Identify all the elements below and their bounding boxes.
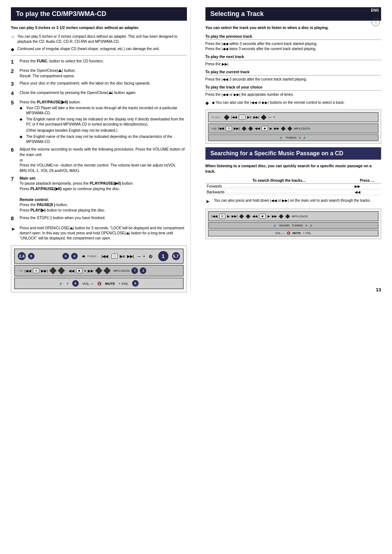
main-unit-top: 2,4 8 6 6 ⏏ FUNC. |◀◀ □ ▶II ▶▶| — + ⏻ 1 …	[14, 249, 184, 264]
badge-57: 5,7	[172, 252, 180, 260]
badge-6a: 6	[62, 253, 69, 259]
table-row-backwards: Backwards ◀◀	[205, 189, 381, 195]
right-device-remote: +10 |◀◀ II ▶▶| ◀◀ ■ ▶ ▶▶ MP3-CD/CD	[208, 123, 379, 134]
track-next-text: Press the ▶▶|.	[205, 62, 381, 67]
search-section-title: Searching for a Specific Music Passage o…	[205, 147, 381, 160]
diamond-r10	[285, 214, 290, 219]
badge-24: 2,4	[18, 252, 26, 260]
circle-indicator: ○	[372, 18, 380, 26]
search-table-header-1: To search through the tracks…	[205, 178, 353, 184]
badge-1: 1	[158, 251, 168, 261]
step-num-4: 4	[11, 90, 17, 97]
page-number: 13	[376, 287, 381, 292]
step-3: 3 Place your disc in the compartment, wi…	[11, 81, 187, 88]
diamond-r4	[248, 126, 253, 131]
step-num-5: 5	[11, 99, 17, 145]
bottom-unit: 🔊 ∧ 6 VOL — 🔇 MUTE + VOL 6	[14, 278, 184, 289]
step-1: 1 Press the FUNC. button to select the C…	[11, 58, 187, 66]
track-choice-text: Press the |◀◀ or ▶▶| the appropriate num…	[205, 92, 381, 97]
note-box: ➤ Press and hold OPEN/CLOSE(⏏) button fo…	[11, 226, 187, 241]
badge-8: 8	[28, 253, 34, 259]
right-device2-vol: VOL — 🔇 MUTE + VOL	[208, 230, 379, 237]
step-num-1: 1	[11, 58, 17, 66]
badge-7: 7	[131, 267, 138, 274]
right-device-tuning: 🔊 TUNING ∧ 🔊	[208, 134, 379, 141]
step-list: 1 Press the FUNC. button to select the C…	[11, 58, 187, 222]
step-8: 8 Press the STOP(□) button when you have…	[11, 215, 187, 222]
right-device2-sound: 🔊 SOUND TUNING ∧ 🔊	[208, 222, 379, 229]
badge-6b: 6	[71, 253, 78, 259]
right-column: ENG ○ Selecting a Track You can select t…	[202, 7, 381, 292]
step-num-7: 7	[11, 176, 17, 213]
right-device-1: FUNC. |◀◀ □ ▶II ▶▶| — + +10 |◀◀ II ▶▶| ◀…	[205, 110, 381, 144]
bullet-icon-1: ☞	[11, 34, 15, 44]
diamond-r1	[224, 115, 230, 120]
step-2: 2 Press the Open/Close(⏏) button. Result…	[11, 68, 187, 78]
search-intro: When listening to a compact disc, you ca…	[205, 163, 381, 174]
step-num-2: 2	[11, 68, 17, 78]
right-device2-remote: |◀◀ II ▶ ▶▶| ◀◀ ■ ▶ ▶▶ MP3-CD/CD	[208, 211, 379, 221]
left-device-diagram: 2,4 8 6 6 ⏏ FUNC. |◀◀ □ ▶II ▶▶| — + ⏻ 1 …	[11, 245, 187, 292]
badge-j: J	[140, 267, 146, 274]
track-section-prev: To play the previous track Press the |◀◀…	[205, 34, 381, 52]
diamond-icon-4	[103, 267, 111, 274]
track-section-next: To play the next track Press the ▶▶|.	[205, 54, 381, 67]
remote-unit: +10 |◀◀ II ▶▶| ◀◀ ■ ● ▶▶ MP3-CD/CD 7 J	[14, 265, 184, 276]
right-device-2: |◀◀ II ▶ ▶▶| ◀◀ ■ ▶ ▶▶ MP3-CD/CD 🔊 SOUND…	[205, 209, 381, 239]
intro-bullet-2: ◆ Continued use of irregular shape CD (h…	[11, 46, 187, 53]
left-column: To play the CD/MP3/WMA-CD You can play 5…	[11, 7, 191, 292]
table-cell-forwards-btn: ▶▶	[353, 183, 381, 189]
step-5-bullet-1: ◆ Your CD Player will take a few moments…	[20, 106, 187, 116]
table-cell-backwards-btn: ◀◀	[353, 189, 381, 195]
track-next-title: To play the next track	[205, 54, 381, 60]
diamond-r7	[239, 214, 244, 219]
diamond-r8	[246, 214, 250, 219]
step-7: 7 Main set: To pause playback temporaril…	[11, 176, 187, 213]
right-remote-note: ◆ ◆ You can also use the |◀◀ or ▶▶| butt…	[205, 100, 381, 106]
step-5: 5 Press the PLAY/PAUSE(▶II) button. ◆ Yo…	[11, 99, 187, 145]
diamond-icon-1	[49, 267, 57, 274]
right-section-title: Selecting a Track	[205, 7, 381, 21]
diamond-icon-3	[95, 267, 102, 274]
step-4: 4 Close the compartment by pressing the …	[11, 90, 187, 97]
diamond-r5	[281, 126, 286, 131]
divider-1	[11, 55, 187, 56]
intro-bullet-1: ☞ You can play 5 inches or 3 inches comp…	[11, 34, 187, 44]
track-section-current: To play the current track Press the |◀◀ …	[205, 70, 381, 82]
track-prev-title: To play the previous track	[205, 34, 381, 40]
left-section-title: To play the CD/MP3/WMA-CD	[11, 7, 187, 21]
left-intro: You can play 5 inches or 3 1/2 inches co…	[11, 25, 187, 30]
diamond-r6	[287, 126, 292, 131]
search-note-box: ➤ You can also press and hold down |◀◀ o…	[205, 198, 381, 205]
table-cell-backwards-label: Backwards	[205, 189, 353, 195]
step-6: 6 Adjust the volume according to needs w…	[11, 147, 187, 173]
step-num-3: 3	[11, 81, 17, 88]
step-num-8: 8	[11, 215, 17, 222]
search-table: To search through the tracks… Press … Fo…	[205, 178, 381, 195]
bullet-icon-2: ◆	[11, 46, 15, 53]
right-intro: You can select the track you wish to lis…	[205, 25, 381, 30]
eng-badge: ENG	[369, 7, 381, 13]
track-current-title: To play the current track	[205, 70, 381, 75]
step-num-6: 6	[11, 147, 17, 173]
note-arrow-icon: ➤	[11, 226, 17, 241]
search-note-arrow: ➤	[205, 198, 211, 205]
track-prev-text: Press the |◀◀ within 3 seconds after the…	[205, 41, 381, 52]
table-row-forwards: Forwards ▶▶	[205, 183, 381, 189]
badge-6c: 6	[72, 280, 79, 287]
table-cell-forwards-label: Forwards	[205, 183, 353, 189]
badge-6d: 6	[132, 280, 139, 287]
step-5-bullet-3: (Other languages besides English may not…	[20, 128, 187, 133]
diamond-icon-2	[58, 267, 65, 274]
diamond-r2	[261, 115, 267, 120]
diamond-r9	[279, 214, 283, 219]
diamond-r3	[242, 126, 246, 131]
track-current-text: Press the |◀◀ 3 seconds after the curren…	[205, 77, 381, 82]
step-5-bullet-4: ◆ The English name of the track may not …	[20, 134, 187, 144]
right-device-main: FUNC. |◀◀ □ ▶II ▶▶| — +	[208, 112, 379, 122]
search-table-header-2: Press …	[353, 178, 381, 184]
step-5-bullet-2: ◆ The English name of the song may be in…	[20, 117, 187, 127]
page-container: To play the CD/MP3/WMA-CD You can play 5…	[11, 7, 381, 292]
track-section-choice: To play the track of your choice Press t…	[205, 85, 381, 97]
track-choice-title: To play the track of your choice	[205, 85, 381, 91]
